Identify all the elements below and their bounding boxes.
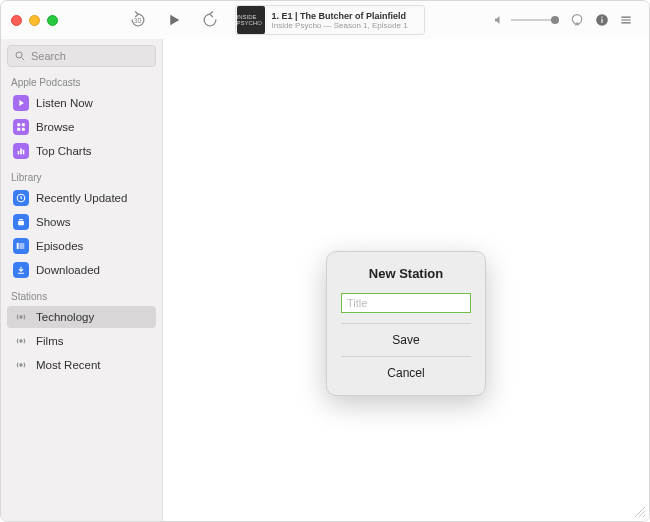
sidebar-item-label: Films: [36, 335, 63, 347]
svg-rect-10: [22, 123, 25, 126]
section-heading-apple: Apple Podcasts: [7, 69, 156, 90]
volume-control[interactable]: [493, 14, 559, 26]
search-icon: [14, 50, 26, 62]
svg-point-23: [17, 245, 18, 246]
svg-point-7: [16, 52, 22, 58]
sidebar-item-label: Top Charts: [36, 145, 92, 157]
svg-point-22: [17, 243, 18, 244]
search-placeholder: Search: [31, 50, 66, 62]
section-heading-stations: Stations: [7, 283, 156, 304]
svg-rect-13: [18, 151, 20, 154]
minimize-window-button[interactable]: [29, 15, 40, 26]
volume-icon: [493, 14, 505, 26]
titlebar-right-controls: [493, 12, 633, 28]
titlebar: 30 INSIDE PSYCHO 1. E1 | The Butcher of …: [1, 1, 649, 39]
clock-icon: [13, 190, 29, 206]
svg-rect-12: [22, 128, 25, 131]
svg-rect-18: [19, 219, 23, 220]
sidebar-item-label: Episodes: [36, 240, 83, 252]
svg-rect-14: [20, 149, 22, 155]
now-playing-subtitle: Inside Psycho — Season 1, Episode 1: [272, 21, 418, 30]
broadcast-icon: [13, 309, 29, 325]
sidebar-item-label: Most Recent: [36, 359, 101, 371]
play-button[interactable]: [163, 9, 185, 31]
sidebar: Search Apple Podcasts Listen Now Browse …: [1, 39, 163, 521]
play-circle-icon: [13, 95, 29, 111]
sidebar-item-label: Recently Updated: [36, 192, 127, 204]
svg-line-8: [22, 58, 25, 61]
skip-back-seconds: 30: [134, 17, 142, 24]
now-playing-artwork: INSIDE PSYCHO: [237, 6, 265, 34]
close-window-button[interactable]: [11, 15, 22, 26]
cancel-button[interactable]: Cancel: [341, 356, 471, 389]
sidebar-item-recently-updated[interactable]: Recently Updated: [7, 187, 156, 209]
svg-rect-2: [601, 19, 602, 23]
info-icon[interactable]: [595, 13, 609, 27]
sidebar-item-label: Shows: [36, 216, 71, 228]
svg-point-26: [20, 340, 22, 342]
svg-point-24: [17, 247, 18, 248]
svg-point-25: [20, 316, 22, 318]
svg-rect-9: [17, 123, 20, 126]
airplay-icon[interactable]: [569, 12, 585, 28]
save-button[interactable]: Save: [341, 323, 471, 356]
sidebar-item-browse[interactable]: Browse: [7, 116, 156, 138]
svg-rect-3: [601, 17, 602, 18]
playback-controls: 30 INSIDE PSYCHO 1. E1 | The Butcher of …: [68, 5, 483, 35]
modal-overlay: New Station Save Cancel: [163, 39, 649, 521]
sidebar-item-episodes[interactable]: Episodes: [7, 235, 156, 257]
broadcast-icon: [13, 333, 29, 349]
grid-icon: [13, 119, 29, 135]
section-heading-library: Library: [7, 164, 156, 185]
svg-rect-17: [18, 221, 24, 226]
sidebar-item-label: Technology: [36, 311, 94, 323]
search-input[interactable]: Search: [7, 45, 156, 67]
download-icon: [13, 262, 29, 278]
sidebar-item-label: Listen Now: [36, 97, 93, 109]
now-playing[interactable]: INSIDE PSYCHO 1. E1 | The Butcher of Pla…: [235, 5, 425, 35]
station-title-input[interactable]: [341, 293, 471, 313]
skip-back-button[interactable]: 30: [127, 9, 149, 31]
skip-forward-button[interactable]: [199, 9, 221, 31]
sidebar-item-shows[interactable]: Shows: [7, 211, 156, 233]
stack-icon: [13, 214, 29, 230]
sidebar-item-downloaded[interactable]: Downloaded: [7, 259, 156, 281]
list-bullet-icon: [13, 238, 29, 254]
sidebar-item-most-recent[interactable]: Most Recent: [7, 354, 156, 376]
chart-icon: [13, 143, 29, 159]
broadcast-icon: [13, 357, 29, 373]
sidebar-item-listen-now[interactable]: Listen Now: [7, 92, 156, 114]
main-content: Right Now ew episodes have been added. N…: [163, 39, 649, 521]
resize-handle-icon[interactable]: [634, 506, 646, 518]
sidebar-item-label: Browse: [36, 121, 74, 133]
window-controls: [11, 15, 58, 26]
maximize-window-button[interactable]: [47, 15, 58, 26]
dialog-title: New Station: [341, 266, 471, 281]
new-station-dialog: New Station Save Cancel: [326, 251, 486, 396]
now-playing-title: 1. E1 | The Butcher of Plainfield: [272, 11, 418, 21]
sidebar-item-technology[interactable]: Technology: [7, 306, 156, 328]
svg-rect-11: [17, 128, 20, 131]
list-icon[interactable]: [619, 13, 633, 27]
sidebar-item-label: Downloaded: [36, 264, 100, 276]
app-window: 30 INSIDE PSYCHO 1. E1 | The Butcher of …: [0, 0, 650, 522]
svg-point-27: [20, 364, 22, 366]
sidebar-item-top-charts[interactable]: Top Charts: [7, 140, 156, 162]
sidebar-item-films[interactable]: Films: [7, 330, 156, 352]
svg-rect-15: [23, 150, 25, 155]
